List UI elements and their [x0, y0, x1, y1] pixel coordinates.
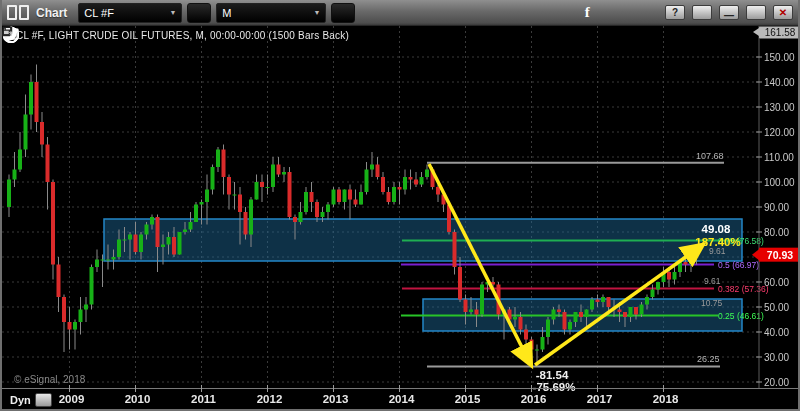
trendline-tool-button[interactable] — [387, 2, 409, 24]
facebook-share-button[interactable]: f — [576, 2, 598, 24]
candle — [156, 217, 160, 247]
candle — [117, 240, 121, 258]
annotation-text: -81.54 — [536, 369, 569, 381]
time-template-button[interactable] — [331, 3, 355, 23]
candle — [227, 177, 231, 195]
candle — [557, 310, 561, 313]
candle — [35, 82, 39, 122]
candle — [673, 272, 677, 280]
symbol-select[interactable]: CL #F ▼ — [78, 3, 182, 23]
candle — [348, 190, 352, 200]
chart-window: Chart CL #F ▼ M ▼ — [0, 0, 800, 411]
price-axis-label: 20.00 — [764, 377, 789, 388]
dyn-toggle[interactable]: Dyn — [10, 394, 31, 406]
candle — [541, 337, 545, 350]
interval-select[interactable]: M ▼ — [216, 3, 326, 23]
candle — [266, 187, 270, 188]
candle — [656, 282, 660, 290]
candle — [51, 182, 55, 265]
auto-trend-button[interactable]: A — [441, 2, 463, 24]
candle — [684, 262, 688, 265]
annotation-text: -75.69% — [533, 381, 576, 393]
candle — [513, 317, 517, 320]
candle — [95, 260, 99, 268]
candle — [255, 182, 259, 200]
candle — [563, 312, 567, 330]
candle — [376, 165, 380, 178]
high-price-arrow-icon — [753, 28, 759, 36]
candle — [645, 297, 649, 305]
high-price-value: 161.58 — [765, 27, 796, 38]
year-label: 2017 — [587, 393, 613, 405]
candle — [596, 300, 600, 303]
last-price-value: 70.93 — [767, 249, 793, 261]
chart-title: * CL #F, LIGHT CRUDE OIL FUTURES, M, 00:… — [9, 30, 349, 41]
chat-bubble-button[interactable] — [522, 2, 544, 24]
candle — [370, 165, 374, 170]
chevron-down-icon: ▼ — [169, 9, 176, 16]
reference-line-label: 26.25 — [697, 354, 720, 364]
scale-lock-button[interactable] — [35, 393, 52, 407]
price-axis-label: 140.00 — [764, 77, 795, 88]
candle — [359, 192, 363, 205]
candle — [464, 300, 468, 313]
candle — [568, 322, 572, 330]
candle — [420, 177, 424, 185]
maximize-button[interactable] — [746, 5, 766, 20]
toolbar: Chart CL #F ▼ M ▼ — [2, 0, 798, 26]
close-button[interactable]: ✕ — [773, 5, 793, 20]
price-axis-label: 110.00 — [764, 152, 794, 163]
hotkey-box-button[interactable] — [495, 2, 517, 24]
year-label: 2009 — [59, 393, 85, 405]
year-label: 2014 — [389, 393, 415, 405]
candle — [519, 317, 523, 330]
price-axis-label: 60.00 — [764, 277, 789, 288]
candle — [128, 235, 132, 240]
trend-arrow-down[interactable] — [429, 164, 530, 363]
candle — [304, 192, 308, 212]
fib-level-label: 0.5 (66.97) — [718, 260, 759, 270]
candle — [189, 222, 193, 230]
annotation-text: 49.08 — [702, 223, 731, 235]
help-button[interactable]: ? — [665, 5, 685, 20]
minimize-button[interactable]: — — [719, 5, 739, 20]
candle — [585, 310, 589, 318]
candle — [90, 267, 94, 305]
candle — [640, 305, 644, 315]
fib-level-label: 0.25 (46.61) — [718, 311, 764, 321]
facebook-icon: f — [585, 4, 590, 21]
candle — [73, 322, 77, 330]
candle — [607, 297, 611, 307]
candle — [590, 300, 594, 310]
eraser-tool-button[interactable] — [468, 2, 490, 24]
year-label: 2013 — [323, 393, 349, 405]
candle — [167, 237, 171, 245]
candle — [343, 190, 347, 203]
candle — [315, 202, 319, 217]
candle — [601, 297, 605, 302]
candle — [623, 312, 627, 317]
year-label: 2018 — [653, 393, 679, 405]
candle — [183, 230, 187, 233]
candle — [458, 267, 462, 300]
candle — [238, 195, 242, 213]
candle — [79, 310, 83, 323]
candle — [524, 330, 528, 340]
candle — [46, 145, 50, 183]
candle — [233, 195, 237, 196]
candle — [574, 312, 578, 322]
candle — [134, 235, 138, 253]
twitter-share-button[interactable] — [549, 2, 571, 24]
symbol-refresh-button[interactable] — [187, 3, 211, 23]
candle — [277, 165, 281, 175]
candle — [40, 122, 44, 145]
candle — [326, 205, 330, 213]
candle — [24, 115, 28, 150]
cascade-button[interactable] — [692, 5, 712, 20]
pencil-draw-button[interactable] — [360, 2, 382, 24]
interval-value: M — [222, 7, 307, 19]
candle — [62, 297, 66, 322]
playback-tool-button[interactable] — [414, 2, 436, 24]
candle — [68, 322, 72, 330]
price-axis-label: 50.00 — [764, 302, 789, 313]
